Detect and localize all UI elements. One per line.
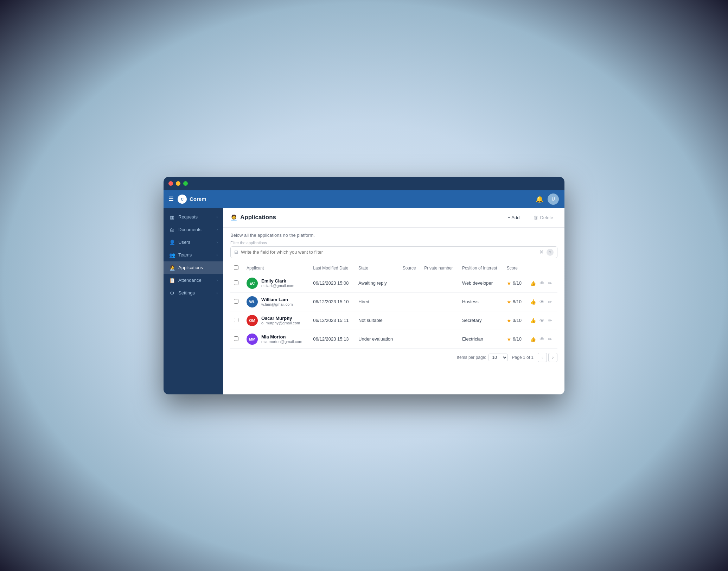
teams-icon: 👥	[169, 252, 175, 258]
row-checkbox-0[interactable]	[234, 280, 238, 285]
items-per-page-selector[interactable]: 10 25 50 100	[488, 354, 508, 361]
per-page-select: Items per page: 10 25 50 100	[457, 354, 507, 361]
chevron-teams: ›	[217, 253, 218, 257]
items-per-page-label: Items per page:	[457, 355, 486, 360]
page-description: Below all the applications no the platfo…	[223, 228, 564, 241]
col-private-number: Private number	[421, 262, 459, 274]
add-button[interactable]: + Add	[504, 213, 524, 222]
sidebar-label-applications: Applications	[178, 265, 203, 270]
applicant-cell-3: MM Mia Morton mia.morton@gmail.com	[247, 334, 306, 345]
thumbs-icon-1[interactable]: 👍	[530, 299, 536, 305]
sidebar-label-settings: Settings	[178, 290, 195, 296]
applicant-info-0: Emily Clark e.clark@gmail.com	[261, 278, 294, 288]
sidebar-item-requests[interactable]: ▦ Requests ›	[164, 211, 223, 223]
sidebar-item-users[interactable]: 👤 Users ›	[164, 236, 223, 249]
requests-icon: ▦	[169, 214, 175, 220]
col-last-modified: Last Modified Date	[309, 262, 355, 274]
state-1: Hired	[355, 292, 399, 311]
sidebar-header: ☰ C Corem	[164, 190, 223, 208]
view-icon-3[interactable]: 👁	[539, 336, 544, 342]
filter-label: Filter the applications	[230, 241, 557, 245]
page-header: 🧑‍💼 Applications + Add 🗑 Delete	[223, 208, 564, 228]
app-layout: ☰ C Corem ▦ Requests › 🗂	[164, 190, 564, 394]
table-row: MM Mia Morton mia.morton@gmail.com 06/12…	[230, 330, 557, 348]
chevron-requests: ›	[217, 215, 218, 219]
applicant-name-3: Mia Morton	[261, 334, 302, 340]
view-icon-2[interactable]: 👁	[539, 318, 544, 323]
col-source: Source	[399, 262, 421, 274]
filter-input[interactable]	[241, 249, 536, 255]
edit-icon-1[interactable]: ✏	[548, 299, 552, 305]
filter-input-wrap: ⊟ ✕ ?	[230, 246, 557, 258]
applicant-cell-2: OM Oscar Murphy o_murphy@gmail.com	[247, 315, 306, 326]
thumbs-icon-3[interactable]: 👍	[530, 336, 536, 342]
sidebar-item-attendance[interactable]: 📋 Attendance ›	[164, 274, 223, 287]
filter-actions: ✕ ?	[539, 249, 554, 256]
pagination: Items per page: 10 25 50 100 Page 1 of 1…	[223, 349, 564, 366]
user-avatar[interactable]: U	[548, 193, 559, 205]
col-position: Position of Interest	[459, 262, 503, 274]
sidebar-item-documents[interactable]: 🗂 Documents ›	[164, 223, 223, 236]
action-cell-3: 👍 👁 ✏	[530, 336, 554, 342]
next-page-button[interactable]: ›	[548, 353, 557, 362]
topbar: 🔔 U	[223, 190, 564, 208]
score-text-1: 8/10	[513, 299, 522, 304]
window-chrome	[164, 177, 564, 190]
score-text-2: 3/10	[513, 318, 522, 323]
filter-help-icon[interactable]: ?	[547, 249, 554, 256]
page-title-area: 🧑‍💼 Applications	[230, 214, 498, 221]
maximize-dot[interactable]	[183, 181, 188, 186]
close-dot[interactable]	[168, 181, 173, 186]
applicant-name-0: Emily Clark	[261, 278, 294, 284]
star-icon-3: ★	[507, 336, 511, 342]
page-title: Applications	[240, 214, 276, 221]
position-2: Secretary	[459, 311, 503, 330]
select-all-checkbox[interactable]	[234, 265, 238, 270]
sidebar-item-applications[interactable]: 🧑‍💼 Applications	[164, 261, 223, 274]
applicant-info-2: Oscar Murphy o_murphy@gmail.com	[261, 316, 300, 325]
score-cell-1: ★ 8/10	[507, 299, 523, 305]
notification-bell-icon[interactable]: 🔔	[536, 195, 543, 203]
sidebar-item-settings[interactable]: ⚙ Settings ›	[164, 287, 223, 299]
sidebar-label-documents: Documents	[178, 227, 202, 232]
filter-clear-icon[interactable]: ✕	[539, 249, 544, 255]
position-0: Web developer	[459, 274, 503, 292]
table-wrap: Applicant Last Modified Date State Sourc…	[223, 262, 564, 349]
thumbs-icon-0[interactable]: 👍	[530, 280, 536, 286]
sidebar-nav: ▦ Requests › 🗂 Documents › 👤	[164, 208, 223, 394]
row-checkbox-1[interactable]	[234, 299, 238, 304]
applicant-info-1: William Lam w.lam@gmail.com	[261, 297, 293, 306]
star-icon-2: ★	[507, 318, 511, 323]
chevron-users: ›	[217, 240, 218, 244]
minimize-dot[interactable]	[176, 181, 180, 186]
sidebar-item-teams[interactable]: 👥 Teams ›	[164, 249, 223, 261]
avatar-1: WL	[247, 296, 258, 307]
edit-icon-2[interactable]: ✏	[548, 318, 552, 323]
applications-table: Applicant Last Modified Date State Sourc…	[230, 262, 557, 349]
sidebar: ☰ C Corem ▦ Requests › 🗂	[164, 190, 223, 394]
last-modified-0: 06/12/2023 15:08	[309, 274, 355, 292]
row-checkbox-2[interactable]	[234, 318, 238, 322]
score-cell-0: ★ 6/10	[507, 280, 523, 286]
thumbs-icon-2[interactable]: 👍	[530, 318, 536, 323]
action-cell-0: 👍 👁 ✏	[530, 280, 554, 286]
page-content: 🧑‍💼 Applications + Add 🗑 Delete Below al…	[223, 208, 564, 394]
row-checkbox-3[interactable]	[234, 336, 238, 341]
page-info: Page 1 of 1	[512, 355, 534, 360]
private-number-0	[421, 274, 459, 292]
prev-page-button[interactable]: ‹	[538, 353, 547, 362]
view-icon-0[interactable]: 👁	[539, 280, 544, 286]
delete-button[interactable]: 🗑 Delete	[529, 213, 557, 222]
avatar-text: U	[551, 196, 555, 202]
applicant-email-1: w.lam@gmail.com	[261, 302, 293, 306]
menu-toggle-icon[interactable]: ☰	[168, 196, 173, 202]
state-0: Awaiting reply	[355, 274, 399, 292]
page-nav: ‹ ›	[538, 353, 557, 362]
edit-icon-0[interactable]: ✏	[548, 280, 552, 286]
add-button-label: + Add	[508, 215, 520, 220]
view-icon-1[interactable]: 👁	[539, 299, 544, 305]
filter-icon: ⊟	[234, 249, 238, 255]
source-3	[399, 330, 421, 348]
edit-icon-3[interactable]: ✏	[548, 336, 552, 342]
star-icon-1: ★	[507, 299, 511, 305]
